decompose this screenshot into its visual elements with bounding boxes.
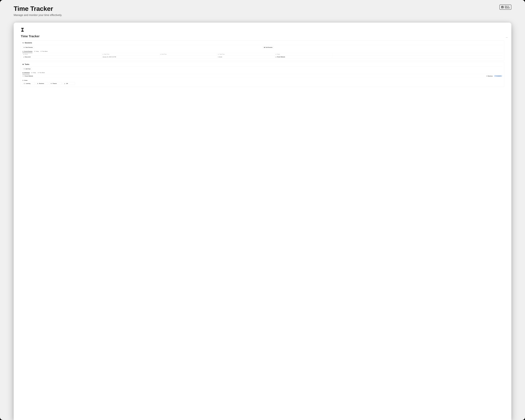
calendar-week-icon — [38, 72, 39, 73]
svg-point-17 — [65, 83, 65, 84]
session-row[interactable]: Deep work January 16, 2025 9:23 PM 1 min… — [22, 56, 503, 58]
calendar-day-icon — [31, 72, 32, 73]
task-status-circle-icon[interactable] — [23, 75, 24, 76]
svg-rect-13 — [22, 80, 23, 81]
sessions-tabs: Current Session Today This Week — [22, 50, 503, 53]
add-task-label: Add Task — [25, 68, 30, 69]
svg-rect-12 — [486, 76, 487, 76]
check-circle-filled-icon — [22, 64, 24, 65]
hero: Time Tracker Manage and monitor your tim… — [14, 5, 511, 17]
svg-rect-2 — [34, 51, 35, 52]
session-start: January 16, 2025 9:23 PM — [102, 56, 159, 58]
calendar-icon — [160, 54, 161, 55]
task-row[interactable]: Finish Website Business In progress — [22, 74, 503, 78]
made-for-brand: Notion — [505, 7, 510, 9]
end-session-label: End Session — [266, 47, 272, 48]
area-life[interactable]: Life — [63, 82, 75, 85]
sessions-panel: Sessions Start Session — [21, 40, 504, 60]
task-status-pill: In progress — [494, 75, 502, 77]
task-category: Business — [486, 75, 493, 77]
start-session-label: Start Session — [25, 47, 33, 48]
task-name: Finish Website — [25, 75, 33, 77]
x-icon — [22, 72, 23, 73]
notion-logo-icon — [501, 6, 504, 9]
tab-tasks-unfinished[interactable]: Unfinished — [22, 72, 30, 74]
tab-tasks-today[interactable]: Today — [31, 72, 36, 74]
svg-point-8 — [23, 57, 24, 57]
plus-icon — [24, 68, 25, 69]
calendar-day-icon — [34, 51, 35, 52]
svg-rect-5 — [160, 54, 161, 55]
sessions-title: Sessions — [25, 42, 32, 44]
stop-icon — [264, 47, 265, 48]
made-for-label: Made for — [505, 6, 510, 7]
area-learning[interactable]: Learning — [22, 82, 35, 85]
briefcase-icon — [486, 75, 487, 76]
svg-rect-10 — [31, 72, 32, 73]
text-aa-icon: Aa — [23, 54, 24, 55]
col-start-time[interactable]: Start Time — [102, 53, 159, 56]
tasks-tabs: Unfinished Today This Week — [22, 72, 503, 74]
history-icon — [22, 42, 24, 44]
briefcase-icon — [22, 80, 24, 81]
banknote-icon — [51, 83, 52, 84]
tasks-panel: Tasks Add Task Unfinished — [21, 62, 504, 87]
collapse-icon[interactable]: — — [506, 36, 508, 38]
briefcase-icon — [37, 83, 38, 84]
add-task-button[interactable]: Add Task — [22, 67, 32, 70]
svg-rect-15 — [51, 83, 52, 84]
session-task: Finish Website — [277, 56, 285, 57]
tasks-title: Tasks — [25, 63, 29, 65]
tab-sessions-today[interactable]: Today — [34, 50, 39, 53]
svg-rect-0 — [264, 47, 265, 48]
tab-current-session[interactable]: Current Session — [22, 50, 32, 53]
svg-rect-4 — [103, 54, 103, 55]
calendar-icon — [103, 54, 103, 55]
book-icon — [24, 83, 25, 84]
svg-rect-11 — [38, 72, 39, 73]
calendar-week-icon — [40, 51, 42, 52]
areas-heading: Areas — [22, 80, 503, 81]
notion-page-card: Time Tracker — Sessions Start Session — [14, 23, 511, 420]
start-session-button[interactable]: Start Session — [22, 46, 34, 49]
area-business[interactable]: Business — [36, 82, 48, 85]
hero-subtitle: Manage and monitor your time effectively… — [14, 14, 511, 17]
person-icon — [64, 83, 65, 84]
end-session-button[interactable]: End Session — [262, 46, 274, 49]
svg-rect-14 — [37, 83, 38, 84]
col-name[interactable]: AaName — [22, 53, 102, 56]
areas-row: Learning Business Finance Life — [22, 82, 503, 85]
check-circle-icon — [275, 54, 276, 55]
stopwatch-icon — [22, 51, 23, 52]
col-total-time[interactable]: Total Time — [217, 53, 274, 56]
hourglass-icon — [21, 28, 504, 32]
svg-rect-3 — [41, 51, 42, 52]
tab-tasks-week[interactable]: This Week — [38, 72, 45, 74]
tab-sessions-week[interactable]: This Week — [40, 50, 47, 53]
col-tasks[interactable]: Tasks — [274, 53, 332, 56]
session-name: Deep work — [25, 56, 31, 57]
page-title: Time Tracker — [21, 35, 504, 38]
area-finance[interactable]: Finance — [49, 82, 62, 85]
sessions-table: AaName Start Time End Time Total Time Ta… — [22, 53, 503, 58]
col-end-time[interactable]: End Time — [159, 53, 217, 56]
stopwatch-icon — [23, 56, 24, 57]
page-background: Time Tracker Manage and monitor your tim… — [0, 0, 525, 420]
session-end — [159, 56, 217, 58]
circle-icon — [275, 56, 276, 57]
session-total: 1 minute — [217, 56, 274, 58]
hero-title: Time Tracker — [14, 5, 511, 12]
clock-icon — [218, 54, 219, 55]
play-icon — [24, 47, 25, 48]
made-for-notion-badge: Made for Notion — [499, 5, 511, 10]
